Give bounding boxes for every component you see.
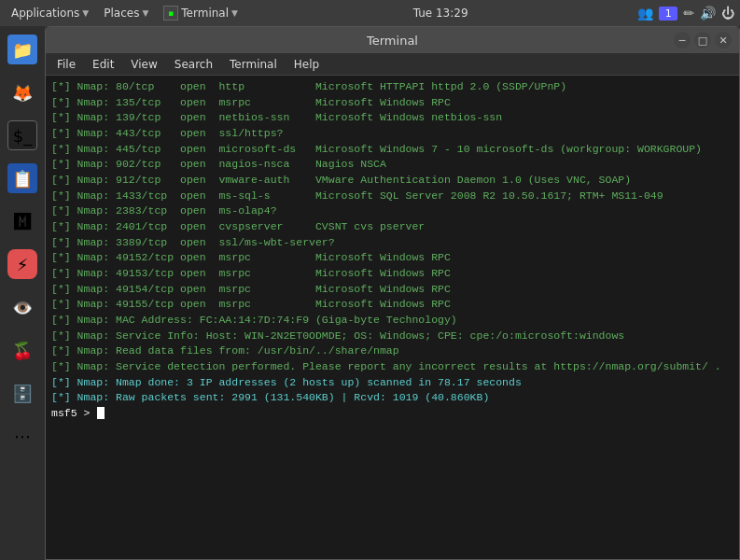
- system-bar-right: 👥 1 ✏️ 🔊 ⏻: [637, 6, 734, 21]
- cherry-icon: 🍒: [7, 335, 37, 365]
- sidebar-icon-burp[interactable]: ⚡: [3, 245, 42, 284]
- sidebar-icon-terminal2[interactable]: $_: [3, 116, 42, 155]
- terminal-menu[interactable]: ▪ Terminal ▼: [158, 4, 244, 22]
- terminal-line: [*] Nmap: 2401/tcp open cvspserver CVSNT…: [51, 219, 733, 235]
- notes-icon: 📋: [7, 163, 37, 193]
- terminal-line: [*] Nmap: 49153/tcp open msrpc Microsoft…: [51, 266, 733, 282]
- applications-label: Applications: [11, 7, 79, 20]
- places-label: Places: [104, 7, 139, 20]
- terminal-line: [*] Nmap: 443/tcp open ssl/https?: [51, 126, 733, 142]
- sidebar-icon-firefox[interactable]: 🦊: [3, 73, 42, 112]
- eye-icon: 👁️: [7, 292, 37, 322]
- terminal-line: [*] Nmap: 2383/tcp open ms-olap4?: [51, 203, 733, 219]
- system-bar: Applications ▼ Places ▼ ▪ Terminal ▼ Tue…: [0, 0, 740, 26]
- menu-terminal[interactable]: Terminal: [222, 56, 285, 73]
- terminal-line: [*] Nmap: Nmap done: 3 IP addresses (2 h…: [51, 375, 733, 391]
- power-icon[interactable]: ⏻: [721, 6, 734, 21]
- close-button[interactable]: ✕: [715, 32, 732, 49]
- datetime: Tue 13:29: [413, 7, 468, 20]
- terminal-label: Terminal: [181, 7, 229, 20]
- terminal-line: [*] Nmap: MAC Address: FC:AA:14:7D:74:F9…: [51, 313, 733, 329]
- mail-icon: 🅼: [7, 206, 37, 236]
- sidebar-icon-cherry[interactable]: 🍒: [3, 330, 42, 370]
- terminal-line: [*] Nmap: 912/tcp open vmware-auth VMwar…: [51, 173, 733, 189]
- terminal-line: [*] Nmap: 445/tcp open microsoft-ds Micr…: [51, 142, 733, 158]
- system-bar-left: Applications ▼ Places ▼ ▪ Terminal ▼: [6, 4, 244, 22]
- sidebar-icon-apps[interactable]: ⋯: [3, 416, 42, 455]
- terminal-line: [*] Nmap: 3389/tcp open ssl/ms-wbt-serve…: [51, 235, 733, 251]
- badge: 1: [659, 7, 677, 21]
- terminal2-icon: $_: [7, 120, 37, 150]
- terminal-line: [*] Nmap: Service detection performed. P…: [51, 359, 733, 375]
- terminal-line: [*] Nmap: 80/tcp open http Microsoft HTT…: [51, 79, 733, 95]
- sidebar-icon-mail[interactable]: 🅼: [3, 202, 42, 241]
- title-bar: Terminal ─ □ ✕: [46, 27, 739, 53]
- terminal-line: [*] Nmap: Raw packets sent: 2991 (131.54…: [51, 390, 733, 406]
- terminal-line: [*] Nmap: Read data files from: /usr/bin…: [51, 343, 733, 359]
- menu-view[interactable]: View: [123, 56, 164, 73]
- terminal-window: Terminal ─ □ ✕ File Edit View Search Ter…: [45, 26, 740, 560]
- terminal-prompt[interactable]: msf5 >: [51, 406, 733, 422]
- terminal-line: [*] Nmap: 139/tcp open netbios-ssn Micro…: [51, 110, 733, 126]
- sidebar-icon-eye[interactable]: 👁️: [3, 287, 42, 327]
- minimize-button[interactable]: ─: [674, 32, 691, 49]
- applications-menu[interactable]: Applications ▼: [6, 5, 94, 21]
- burp-icon: ⚡: [7, 249, 37, 279]
- apps-icon: ⋯: [7, 421, 37, 451]
- terminal-line: [*] Nmap: 135/tcp open msrpc Microsoft W…: [51, 95, 733, 111]
- menu-file[interactable]: File: [49, 56, 83, 73]
- sidebar-icon-files[interactable]: 📁: [3, 30, 42, 69]
- terminal-line: [*] Nmap: 902/tcp open nagios-nsca Nagio…: [51, 157, 733, 173]
- maximize-button[interactable]: □: [694, 32, 711, 49]
- sound-icon: 🔊: [700, 6, 716, 21]
- firefox-icon: 🦊: [7, 77, 37, 107]
- places-menu[interactable]: Places ▼: [98, 5, 154, 21]
- menu-bar: File Edit View Search Terminal Help: [46, 53, 739, 76]
- sidebar: 📁 🦊 $_ 📋 🅼 ⚡ 👁️ 🍒 🗄️ ⋯: [0, 26, 45, 560]
- users-icon: 👥: [637, 6, 653, 21]
- terminal-line: [*] Nmap: 49152/tcp open msrpc Microsoft…: [51, 250, 733, 266]
- menu-help[interactable]: Help: [286, 56, 327, 73]
- files-icon: 📁: [7, 35, 37, 64]
- terminal-line: [*] Nmap: Service Info: Host: WIN-2N2ET0…: [51, 329, 733, 344]
- terminal-content[interactable]: [*] Nmap: 80/tcp open http Microsoft HTT…: [46, 76, 739, 559]
- sidebar-icon-notes[interactable]: 📋: [3, 159, 42, 198]
- menu-search[interactable]: Search: [167, 56, 220, 73]
- terminal-line: [*] Nmap: 1433/tcp open ms-sql-s Microso…: [51, 189, 733, 204]
- system-bar-center: Tue 13:29: [413, 7, 468, 20]
- terminal-line: [*] Nmap: 49155/tcp open msrpc Microsoft…: [51, 297, 733, 313]
- network-icon: ✏️: [683, 6, 694, 21]
- title-bar-controls: ─ □ ✕: [674, 32, 732, 49]
- window-title: Terminal: [367, 34, 418, 48]
- terminal-icon: ▪: [163, 6, 178, 21]
- terminal-arrow: ▼: [231, 8, 238, 18]
- terminal-line: [*] Nmap: 49154/tcp open msrpc Microsoft…: [51, 282, 733, 298]
- db-icon: 🗄️: [7, 378, 37, 408]
- places-arrow: ▼: [142, 8, 148, 18]
- menu-edit[interactable]: Edit: [85, 56, 121, 73]
- sidebar-icon-db[interactable]: 🗄️: [3, 373, 42, 413]
- applications-arrow: ▼: [82, 8, 89, 18]
